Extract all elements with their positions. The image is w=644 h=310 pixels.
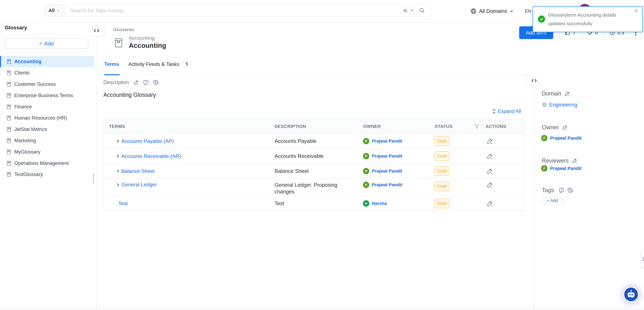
svg-text:?: ? xyxy=(145,81,147,84)
svg-text:?: ? xyxy=(561,189,562,191)
